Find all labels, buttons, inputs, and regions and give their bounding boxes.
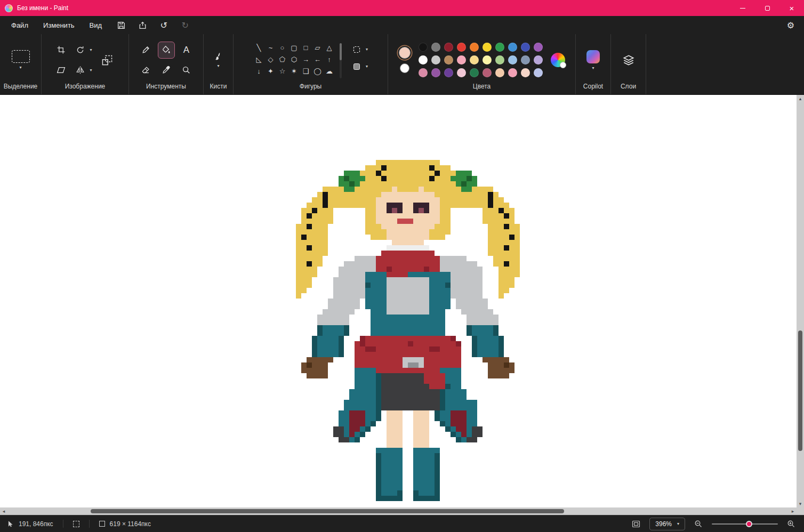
redo-button[interactable]: ↻ (176, 18, 194, 33)
scroll-up-arrow[interactable]: ▴ (797, 95, 804, 102)
chevron-down-icon[interactable]: ▾ (366, 47, 368, 52)
eyedropper-tool-button[interactable] (158, 62, 175, 79)
shapes-scroll-thumb[interactable] (340, 43, 342, 60)
shape-down-arrow[interactable]: ↓ (253, 66, 264, 77)
shape-diamond[interactable]: ◇ (265, 54, 276, 65)
zoom-level-dropdown[interactable]: 396% ▾ (649, 518, 685, 530)
color-swatch-0-8[interactable] (521, 43, 530, 52)
primary-color[interactable] (399, 47, 411, 59)
shape-rounded-callout[interactable]: ❑ (300, 66, 311, 77)
chevron-down-icon[interactable]: ▾ (19, 66, 21, 70)
drawing-canvas[interactable] (291, 160, 525, 501)
edit-colors-button[interactable] (551, 53, 565, 67)
color-swatch-1-5[interactable] (483, 55, 492, 65)
vertical-scroll-thumb[interactable] (798, 331, 802, 451)
chevron-down-icon[interactable]: ▾ (90, 68, 92, 72)
color-swatch-2-0[interactable] (419, 68, 428, 77)
zoom-out-button[interactable] (692, 518, 705, 530)
color-swatch-1-8[interactable] (521, 55, 530, 65)
shape-right-triangle[interactable]: ◺ (253, 54, 264, 65)
shape-five-point-star[interactable]: ☆ (277, 66, 288, 77)
shape-polygon[interactable]: ▱ (312, 42, 323, 53)
settings-button[interactable]: ⚙ (782, 18, 800, 33)
color-swatch-1-4[interactable] (470, 55, 479, 65)
color-swatch-2-3[interactable] (457, 68, 466, 77)
crop-button[interactable] (52, 42, 69, 59)
color-swatch-0-3[interactable] (457, 43, 466, 52)
color-swatch-1-1[interactable] (431, 55, 440, 65)
color-swatch-2-5[interactable] (483, 68, 492, 77)
scroll-right-arrow[interactable]: ▸ (789, 507, 797, 515)
zoom-slider[interactable] (712, 520, 778, 528)
shape-oval-callout[interactable]: ◯ (312, 66, 323, 77)
color-swatch-1-3[interactable] (457, 55, 466, 65)
color-swatch-1-6[interactable] (495, 55, 504, 65)
color-swatch-0-6[interactable] (495, 43, 504, 52)
shape-right-arrow[interactable]: → (300, 54, 311, 65)
color-swatch-2-9[interactable] (534, 68, 543, 77)
menu-edit[interactable]: Изменить (36, 19, 82, 32)
horizontal-scrollbar[interactable]: ◂ ▸ (0, 507, 797, 515)
fit-to-screen-button[interactable] (630, 518, 642, 530)
selection-tool-button[interactable]: ▾ (12, 50, 30, 70)
zoom-slider-thumb[interactable] (746, 521, 752, 527)
shape-line[interactable]: ╲ (253, 42, 264, 53)
maximize-button[interactable] (755, 0, 779, 16)
share-button[interactable] (133, 18, 151, 33)
shape-triangle[interactable]: △ (324, 42, 335, 53)
shape-left-arrow[interactable]: ← (312, 54, 323, 65)
scroll-left-arrow[interactable]: ◂ (0, 507, 7, 515)
layers-button[interactable] (618, 50, 639, 71)
color-swatch-2-1[interactable] (431, 68, 440, 77)
shape-curve[interactable]: ~ (265, 42, 276, 53)
shape-fill-button[interactable] (350, 60, 364, 73)
color-swatch-1-2[interactable] (444, 55, 453, 65)
shapes-scrollbar[interactable] (340, 43, 342, 78)
color-swatch-2-4[interactable] (470, 68, 479, 77)
zoom-in-button[interactable] (785, 518, 798, 530)
color-swatch-1-0[interactable] (419, 55, 428, 65)
minimize-button[interactable] (730, 0, 755, 16)
color-swatch-2-8[interactable] (521, 68, 530, 77)
shape-rectangle[interactable]: □ (300, 42, 311, 53)
color-swatch-0-5[interactable] (483, 43, 492, 52)
menu-view[interactable]: Вид (83, 19, 109, 32)
skew-button[interactable] (52, 62, 69, 79)
chevron-down-icon[interactable]: ▾ (592, 66, 594, 70)
menu-file[interactable]: Файл (4, 19, 35, 32)
chevron-down-icon[interactable]: ▾ (217, 64, 219, 68)
flip-button[interactable] (71, 62, 89, 79)
secondary-color[interactable] (400, 63, 409, 73)
chevron-down-icon[interactable]: ▾ (90, 48, 92, 52)
chevron-down-icon[interactable]: ▾ (366, 65, 368, 69)
save-button[interactable] (112, 18, 130, 33)
shape-outline-button[interactable] (350, 43, 364, 56)
color-swatch-1-7[interactable] (508, 55, 517, 65)
color-swatch-1-9[interactable] (534, 55, 543, 65)
color-swatch-0-7[interactable] (508, 43, 517, 52)
fill-tool-button[interactable] (158, 42, 175, 59)
color-swatch-2-7[interactable] (508, 68, 517, 77)
shape-hexagon[interactable]: ⬡ (288, 54, 300, 65)
text-tool-button[interactable]: А (178, 42, 195, 59)
rotate-button[interactable] (71, 42, 89, 59)
eraser-tool-button[interactable] (138, 62, 155, 79)
color-swatch-0-2[interactable] (444, 43, 453, 52)
color-swatch-0-4[interactable] (470, 43, 479, 52)
shape-rounded-rectangle[interactable]: ▢ (288, 42, 300, 53)
shape-pentagon[interactable]: ⬠ (277, 54, 288, 65)
color-swatch-2-6[interactable] (495, 68, 504, 77)
shape-up-arrow[interactable]: ↑ (324, 54, 335, 65)
undo-button[interactable]: ↺ (155, 18, 173, 33)
brushes-button[interactable]: ▾ (214, 52, 223, 68)
magnifier-tool-button[interactable] (178, 62, 195, 79)
copilot-button[interactable]: ▾ (586, 50, 600, 70)
shape-six-point-star[interactable]: ✶ (288, 66, 300, 77)
color-swatch-2-2[interactable] (444, 68, 453, 77)
shape-ellipse[interactable]: ○ (277, 42, 288, 53)
scroll-down-arrow[interactable]: ▾ (797, 500, 804, 507)
close-button[interactable]: × (779, 0, 804, 16)
vertical-scrollbar[interactable]: ▴ ▾ (797, 95, 804, 507)
color-swatch-0-9[interactable] (534, 43, 543, 52)
color-swatch-0-1[interactable] (431, 43, 440, 52)
